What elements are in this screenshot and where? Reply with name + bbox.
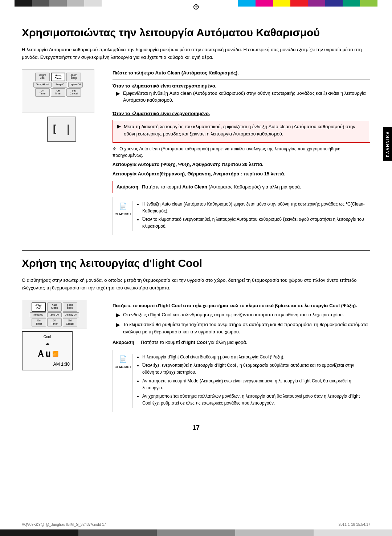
section2: Χρήση της λειτουργίας d'light Cool Ο αισ… — [22, 256, 370, 416]
when-off-title: Όταν το κλιματιστικό είναι απενεργοποιημ… — [113, 82, 370, 90]
display-time-readout: AM 1:30 — [25, 361, 70, 368]
cancel-text-2: Πατήστε το κουμπί d'light Cool για άλλη … — [141, 339, 247, 346]
divider1 — [113, 79, 370, 80]
note2-item-2: Όταν έχει ενεργοποιηθεί η λειτουργία d'l… — [142, 362, 366, 376]
section2-left: d'lighCoo AutoClean good'sleep Temp/Hu .… — [22, 300, 102, 416]
top-color-bar: ⊕ — [0, 0, 392, 7]
note2-item-3: Αν πατήσετε το κουμπί Mode (Λειτουργία) … — [142, 378, 366, 391]
section2-bullet2: ▶ Το κλιματιστικό θα ρυθμίσει την ταχύτη… — [113, 321, 370, 335]
remote-autoclean-btn: AutoClean — [51, 73, 65, 82]
note-label2: ΣΗΜΕΙΩΣΗ — [115, 365, 131, 369]
footer: AQV09K&Y@ @_Jungfrau IBIM_G_32437A.indd … — [22, 522, 370, 527]
display-screen-1: [ | — [47, 117, 76, 142]
note-content-2: Η λειτουργία d'light Cool είναι διαθέσιμ… — [136, 354, 366, 408]
footer-right: 2011-1-18 15:54:17 — [339, 522, 370, 527]
section2-instruction-title: Πατήστε το κουμπί d'light Cool στο τηλεχ… — [113, 302, 370, 309]
when-off-text: Εμφανίζεται η ένδειξη Auto clean (Αυτόμα… — [123, 90, 370, 104]
note2-item-1: Η λειτουργία d'light Cool είναι διαθέσιμ… — [142, 354, 366, 361]
remote-set-cancel-btn: SetCancel — [66, 88, 81, 97]
color-swatch-darkgray — [32, 0, 49, 7]
display-au-text: Ａu — [36, 347, 51, 361]
remote-goodsleep-btn: good'sleep — [66, 73, 81, 82]
color-swatch-lightgray — [67, 0, 84, 7]
section1-right: Πιέστε το πλήκτρο Auto Clean (Αυτόματος … — [113, 69, 370, 239]
color-swatch-magenta — [256, 0, 273, 7]
color-swatch-medgray — [49, 0, 67, 7]
remote-off-timer-btn: OffTimer — [51, 88, 65, 97]
bullet-arrow-icon2: ▶ — [117, 123, 121, 137]
section1: Χρησιμοποιώντας την λειτουργία Αυτόματου… — [22, 25, 370, 239]
cancel-row-1: Ακύρωση Πατήστε το κουμπί Auto Clean (Αυ… — [113, 181, 370, 193]
remote2-display-btn: Display Off — [63, 312, 79, 317]
remote-temphumi-btn: Temp/Humi — [33, 82, 52, 87]
note-label: ΣΗΜΕΙΩΣΗ — [115, 212, 131, 216]
bold-line2: Λειτουργία Αυτόματο(θέρμανση), Θέρμανση,… — [113, 170, 370, 178]
bottom-swatch-2 — [78, 529, 157, 536]
section1-title: Χρησιμοποιώντας την λειτουργία Αυτόματου… — [22, 25, 370, 40]
remote2-good-btn: good'sleep — [63, 302, 77, 312]
remote-control-1: d'lightCool AutoClean good'sleep Temp/Hu… — [22, 69, 94, 113]
footer-left: AQV09K&Y@ @_Jungfrau IBIM_G_32437A.indd … — [22, 522, 106, 527]
when-on-title: Όταν το κλιματιστικό είναι ενεργοποιημέν… — [113, 110, 370, 117]
note-content-1: Η ένδειξη Auto clean (Αυτόματου Καθαρισμ… — [136, 201, 366, 232]
section1-intro: Η λειτουργία Αυτόματου καθαρισμού προλαμ… — [22, 46, 370, 61]
remote-dlight-btn: d'lightCool — [35, 73, 50, 82]
page: ⊕ ΕΛΛΗΝΙΚΑ Χρησιμοποιώντας την λειτουργί… — [0, 0, 392, 536]
when-on-highlight: ▶ Μετά τη διακοπή λειτουργίας του κλιματ… — [113, 120, 370, 143]
section1-layout: d'lightCool AutoClean good'sleep Temp/Hu… — [22, 69, 370, 239]
bottom-swatch-3 — [157, 529, 235, 536]
remote-display-btn: .splay Off — [68, 82, 83, 87]
color-swatch-yellow — [273, 0, 290, 7]
bottom-swatch-4 — [235, 529, 314, 536]
color-swatch-black — [15, 0, 32, 7]
note-symbol: 📄 — [119, 202, 127, 211]
remote2-temphumi-btn: Temp/Hu — [30, 312, 46, 317]
bullet-arrow-icon4: ▶ — [116, 321, 120, 335]
section1-left: d'lightCool AutoClean good'sleep Temp/Hu… — [22, 69, 102, 239]
display-signal-icon: 📶 — [52, 350, 58, 358]
remote-on-timer-btn: OnTimer — [35, 88, 50, 97]
note2-item-4: Αν χρησιμοποιείται σύστημα πολλαπλών μον… — [142, 393, 366, 407]
page-number: 17 — [22, 423, 370, 433]
cancel-label-2: Ακύρωση — [113, 339, 134, 346]
color-swatch-teal — [343, 0, 360, 7]
bottom-swatch-5 — [314, 529, 392, 536]
section2-intro: Ο αισθητήρας στην εσωτερική μονάδα, ο οπ… — [22, 277, 370, 292]
remote2-beep-btn: .eep Off — [47, 312, 62, 317]
section1-instruction1: Πιέστε το πλήκτρο Auto Clean (Αυτόματος … — [113, 69, 370, 77]
section2-cancel-row: Ακύρωση Πατήστε το κουμπί d'light Cool γ… — [113, 339, 370, 346]
main-content: Χρησιμοποιώντας την λειτουργία Αυτόματου… — [22, 15, 370, 433]
color-swatch-cyan — [238, 0, 256, 7]
color-swatch-purple — [308, 0, 325, 7]
section2-bullet1-text: Οι ενδείξεις d'light Cool και παλινδρόμη… — [123, 311, 344, 319]
color-swatch-red — [290, 0, 308, 7]
language-label: ΕΛΛΗΝΙΚΑ — [383, 127, 392, 161]
divider2 — [113, 107, 370, 107]
star-note: ※ Ο χρόνος Auto clean (Αυτόματου καθαρισ… — [113, 146, 370, 159]
remote-beep-btn: Beep C — [53, 82, 67, 87]
remote2-dlight-btn: d'lighCoo — [32, 302, 46, 312]
bottom-color-bar — [0, 529, 392, 536]
cancel-label-1: Ακύρωση — [117, 183, 138, 191]
bullet-arrow-icon3: ▶ — [116, 311, 120, 319]
remote-control-2: d'lighCoo AutoClean good'sleep Temp/Hu .… — [22, 300, 87, 329]
when-on-text: Μετά τη διακοπή λειτουργίας του κλιματισ… — [124, 123, 366, 137]
section2-bullet1: ▶ Οι ενδείξεις d'light Cool και παλινδρό… — [113, 311, 370, 319]
note-symbol2: 📄 — [119, 354, 127, 364]
bold-line1: Λειτουργία Αυτόματο (Ψύξη), Ψύξη, Αφύγρα… — [113, 161, 370, 168]
dlight-display: Cool ☁ Ａu 📶 AM 1:30 — [22, 331, 73, 371]
note-icon-2: 📄 ΣΗΜΕΙΩΣΗ — [117, 354, 133, 408]
compass-icon: ⊕ — [193, 1, 199, 13]
remote2-on-btn: OnTimer — [32, 318, 46, 326]
note-icon-1: 📄 ΣΗΜΕΙΩΣΗ — [117, 201, 133, 232]
display-humidity-icon: ☁ — [25, 340, 70, 346]
remote2-auto-btn: AutoClean — [47, 302, 62, 312]
bullet-arrow-icon: ▶ — [116, 90, 120, 104]
section2-right: Πατήστε το κουμπί d'light Cool στο τηλεχ… — [113, 300, 370, 416]
display-main-readout: Ａu 📶 — [25, 347, 70, 361]
section2-title: Χρήση της λειτουργίας d'light Cool — [22, 256, 370, 270]
note-section-2: 📄 ΣΗΜΕΙΩΣΗ Η λειτουργία d'light Cool είν… — [113, 350, 370, 412]
main-divider — [22, 250, 370, 251]
section2-layout: d'lighCoo AutoClean good'sleep Temp/Hu .… — [22, 300, 370, 416]
remote2-set-btn: SetCancel — [63, 318, 77, 326]
